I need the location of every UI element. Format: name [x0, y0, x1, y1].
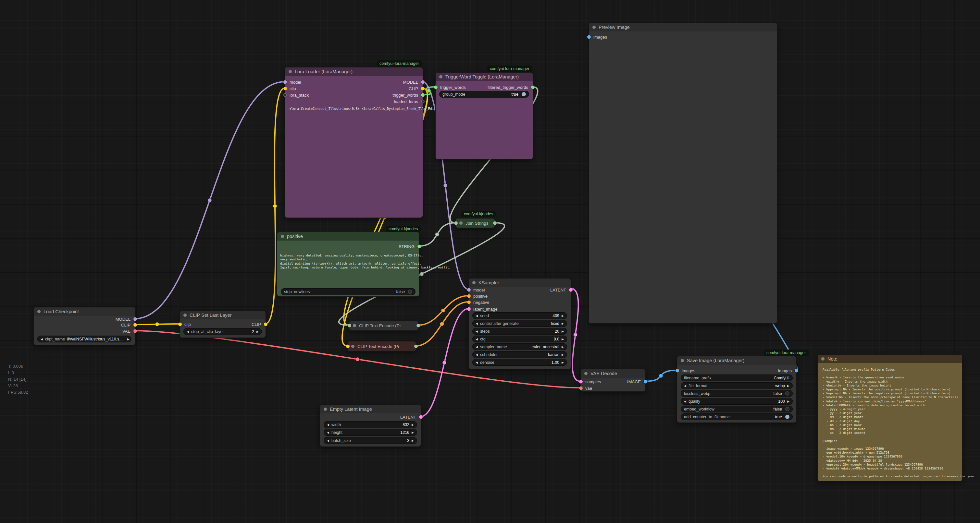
widget-cfg[interactable]: ◀cfg8.0▶ [472, 336, 567, 342]
lora-syntax-text[interactable]: <lora:CreateConcept_Illustrious:0.8> <lo… [289, 107, 452, 111]
node-empty-latent-image[interactable]: Empty Latent Image LATENT ◀width832▶ ◀he… [320, 405, 421, 447]
port-images-in[interactable] [676, 369, 679, 372]
port-clip-out[interactable] [264, 323, 267, 326]
next-arrow-icon[interactable]: ▶ [412, 439, 414, 442]
node-triggerword-toggle[interactable]: TriggerWord Toggle (LoraManager) trigger… [435, 72, 533, 160]
collapse-dot[interactable] [281, 235, 284, 238]
widget-filename-prefix[interactable]: filename_prefixComfyUI [681, 374, 793, 381]
port-lora-stack-in[interactable] [283, 94, 287, 97]
port-loaded-loras-out[interactable] [421, 100, 425, 103]
port-strings-in[interactable] [454, 222, 458, 225]
prompt-text[interactable]: highres, very detailed, amazing quality,… [280, 254, 451, 269]
port-conditioning-out[interactable] [417, 324, 420, 328]
prev-arrow-icon[interactable]: ◀ [476, 361, 478, 364]
collapse-dot[interactable] [472, 281, 476, 284]
toggle-off-icon[interactable] [408, 290, 412, 294]
node-clip-text-encode-positive[interactable]: CLIP Text Encode (Pr [349, 320, 418, 331]
prev-arrow-icon[interactable]: ◀ [684, 400, 686, 403]
port-string-out[interactable] [417, 245, 421, 248]
prev-arrow-icon[interactable]: ◀ [476, 330, 478, 333]
port-clip-in[interactable] [283, 87, 287, 90]
node-clip-text-encode-negative[interactable]: CLIP Text Encode (Pr [347, 341, 416, 352]
node-note[interactable]: Note Available filename_prefix Pattern C… [818, 354, 963, 482]
next-arrow-icon[interactable]: ▶ [562, 330, 564, 333]
node-join-strings[interactable]: Join Strings [455, 218, 495, 228]
collapse-dot[interactable] [183, 314, 187, 317]
widget-width[interactable]: ◀width832▶ [324, 421, 417, 428]
node-preview-image[interactable]: Preview Image images [589, 23, 778, 323]
widget-quality[interactable]: ◀quality100▶ [681, 398, 793, 405]
port-samples-in[interactable] [579, 380, 583, 384]
next-arrow-icon[interactable]: ▶ [562, 322, 564, 325]
widget-steps[interactable]: ◀steps20▶ [472, 328, 567, 334]
collapse-dot[interactable] [351, 345, 355, 348]
port-trigger-words-in[interactable] [434, 86, 438, 89]
next-arrow-icon[interactable]: ▶ [256, 330, 259, 333]
prev-arrow-icon[interactable]: ◀ [327, 439, 329, 442]
collapse-dot[interactable] [439, 75, 442, 78]
widget-height[interactable]: ◀height1216▶ [324, 429, 417, 436]
port-string-out[interactable] [493, 222, 496, 225]
port-latent-image-in[interactable] [467, 307, 471, 311]
prev-arrow-icon[interactable]: ◀ [476, 345, 478, 349]
node-clip-set-last-layer[interactable]: CLIP Set Last Layer clip CLIP ◀ stop_at_… [180, 311, 266, 338]
next-arrow-icon[interactable]: ▶ [412, 423, 414, 426]
widget-file-format[interactable]: ◀file_formatwebp▶ [681, 382, 793, 389]
wire-midpoint-dot[interactable] [155, 322, 159, 326]
widget-sampler-name[interactable]: ◀sampler_nameeuler_ancestral▶ [472, 343, 567, 350]
prev-arrow-icon[interactable]: ◀ [684, 384, 686, 387]
prev-arrow-icon[interactable]: ◀ [476, 322, 478, 325]
port-clip-out[interactable] [421, 87, 425, 90]
wire-midpoint-dot[interactable] [435, 233, 439, 236]
port-model-out[interactable] [134, 317, 137, 321]
collapse-dot[interactable] [289, 70, 292, 73]
collapse-dot[interactable] [459, 222, 463, 225]
port-collapsed-in[interactable] [346, 345, 350, 348]
port-clip-out[interactable] [134, 323, 137, 327]
prev-arrow-icon[interactable]: ◀ [476, 314, 478, 317]
port-trigger-words-out[interactable] [421, 94, 425, 97]
collapse-dot[interactable] [37, 310, 41, 313]
prev-arrow-icon[interactable]: ◀ [476, 353, 478, 357]
wire-midpoint-dot[interactable] [442, 361, 446, 365]
port-clip-in[interactable] [178, 323, 182, 326]
next-arrow-icon[interactable]: ▶ [562, 338, 564, 341]
widget-strip-newlines[interactable]: strip_newlines false [281, 288, 415, 295]
collapse-dot[interactable] [681, 359, 684, 362]
next-arrow-icon[interactable]: ▶ [562, 353, 564, 357]
port-image-out[interactable] [644, 380, 647, 384]
wire-midpoint-dot[interactable] [356, 357, 360, 361]
port-images-in[interactable] [587, 35, 591, 39]
node-lora-loader[interactable]: Lora Loader (LoraManager) model MODEL cl… [285, 67, 423, 218]
port-collapsed-in[interactable] [348, 324, 351, 328]
next-arrow-icon[interactable]: ▶ [562, 314, 564, 317]
collapse-dot[interactable] [353, 324, 356, 327]
node-positive-prompt[interactable]: positive STRING highres, very detailed, … [277, 232, 419, 297]
next-arrow-icon[interactable]: ▶ [787, 400, 789, 403]
prev-arrow-icon[interactable]: ◀ [476, 338, 478, 341]
collapse-dot[interactable] [592, 25, 596, 29]
toggle-on-icon[interactable] [522, 92, 526, 96]
widget-denoise[interactable]: ◀denoise1.00▶ [472, 359, 567, 366]
next-arrow-icon[interactable]: ▶ [562, 361, 564, 364]
node-vae-decode[interactable]: VAE Decode samples IMAGE vae [581, 369, 646, 392]
port-images-out[interactable] [795, 369, 798, 372]
port-negative-in[interactable] [467, 301, 471, 304]
wire-midpoint-dot[interactable] [444, 184, 447, 187]
prev-arrow-icon[interactable]: ◀ [187, 330, 189, 333]
widget-group-mode[interactable]: group_mode true [439, 91, 529, 98]
toggle-off-icon[interactable] [785, 407, 789, 411]
wire-midpoint-dot[interactable] [659, 374, 663, 378]
toggle-off-icon[interactable] [785, 391, 789, 396]
widget-ckpt-name[interactable]: ◀ ckpt_name il\waiNSFWIllustrious_v110.s… [37, 336, 132, 342]
port-conditioning-out[interactable] [414, 345, 418, 348]
widget-embed-workflow[interactable]: embed_workflowfalse [681, 406, 793, 412]
port-model-in[interactable] [283, 81, 287, 84]
node-ksampler[interactable]: KSampler model LATENT positive negative … [468, 278, 571, 369]
next-arrow-icon[interactable]: ▶ [787, 384, 789, 387]
port-latent-out[interactable] [419, 415, 423, 419]
wire-midpoint-dot[interactable] [273, 204, 277, 208]
next-arrow-icon[interactable]: ▶ [127, 338, 129, 341]
prev-arrow-icon[interactable]: ◀ [327, 431, 329, 434]
port-latent-out[interactable] [569, 288, 573, 292]
